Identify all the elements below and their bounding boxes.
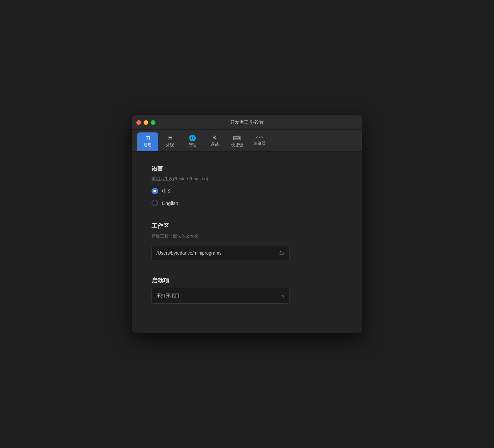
tab-general[interactable]: ⊞ 通用 — [137, 132, 158, 151]
tab-shortcuts[interactable]: ⌨ 快捷键 — [227, 132, 248, 151]
tab-general-label: 通用 — [144, 142, 151, 148]
debug-icon: ⚙ — [212, 135, 217, 140]
appearance-icon: 🖥 — [167, 135, 173, 141]
tab-editor-label: 编辑器 — [254, 141, 265, 146]
tab-proxy-label: 代理 — [188, 142, 196, 148]
proxy-icon: 🌐 — [189, 135, 196, 141]
folder-browse-icon[interactable]: 🗂 — [279, 250, 285, 257]
language-section: 语言 重启后生效(Restart Required) 中文 English — [151, 165, 343, 206]
radio-chinese-indicator — [151, 188, 158, 194]
startup-dropdown[interactable]: 不打开项目 ∨ — [151, 288, 290, 304]
radio-english-label: English — [162, 200, 178, 206]
traffic-lights — [136, 120, 155, 125]
close-button[interactable] — [136, 120, 141, 125]
minimize-button[interactable] — [144, 120, 148, 125]
startup-section: 启动项 不打开项目 ∨ — [151, 277, 343, 304]
toolbar: ⊞ 通用 🖥 外观 🌐 代理 ⚙ 调试 ⌨ 快捷键 </> 编辑器 — [132, 130, 362, 152]
maximize-button[interactable] — [151, 120, 155, 125]
startup-title: 启动项 — [151, 277, 343, 285]
language-subtitle: 重启后生效(Restart Required) — [151, 176, 343, 182]
path-value: /Users/bytedance/miniprograms — [156, 250, 279, 256]
language-radio-group: 中文 English — [151, 188, 343, 206]
tab-appearance-label: 外观 — [166, 142, 174, 148]
tab-proxy[interactable]: 🌐 代理 — [182, 132, 203, 151]
chevron-down-icon: ∨ — [282, 293, 285, 298]
main-content: 语言 重启后生效(Restart Required) 中文 English 工作… — [132, 152, 362, 333]
path-input-wrapper[interactable]: /Users/bytedance/miniprograms 🗂 — [151, 245, 290, 261]
startup-dropdown-value: 不打开项目 — [156, 293, 282, 299]
window-title: 开发者工具-设置 — [230, 120, 264, 126]
workspace-subtitle: 新建工程时默认的文件夹 — [151, 233, 343, 239]
tab-debug[interactable]: ⚙ 调试 — [204, 132, 225, 151]
workspace-section: 工作区 新建工程时默认的文件夹 /Users/bytedance/minipro… — [151, 222, 343, 261]
tab-shortcuts-label: 快捷键 — [231, 142, 243, 148]
tab-debug-label: 调试 — [211, 142, 219, 147]
tab-editor[interactable]: </> 编辑器 — [249, 132, 270, 151]
app-window: 开发者工具-设置 ⊞ 通用 🖥 外观 🌐 代理 ⚙ 调试 ⌨ 快捷键 </ — [132, 115, 362, 333]
language-title: 语言 — [151, 165, 343, 173]
radio-chinese-label: 中文 — [162, 188, 172, 194]
radio-chinese[interactable]: 中文 — [151, 188, 343, 194]
general-icon: ⊞ — [145, 135, 150, 141]
tab-appearance[interactable]: 🖥 外观 — [159, 132, 180, 151]
editor-icon: </> — [256, 135, 263, 139]
titlebar: 开发者工具-设置 — [132, 115, 362, 130]
radio-english[interactable]: English — [151, 200, 343, 206]
workspace-title: 工作区 — [151, 222, 343, 230]
shortcuts-icon: ⌨ — [233, 135, 241, 141]
radio-english-indicator — [151, 200, 158, 206]
